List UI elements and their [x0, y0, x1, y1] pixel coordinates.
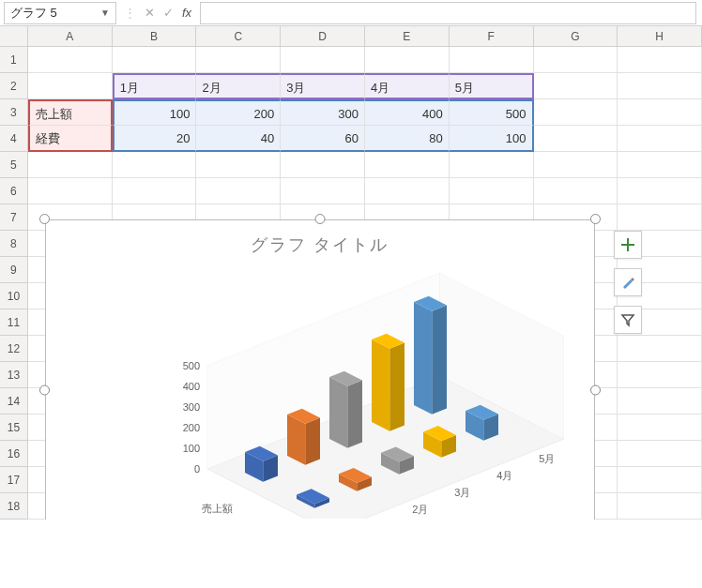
- cell-G5[interactable]: [534, 152, 618, 178]
- cell-A2[interactable]: [28, 73, 113, 99]
- cell-D1[interactable]: [281, 47, 365, 73]
- resize-handle-tr[interactable]: [590, 214, 601, 224]
- column-header-B[interactable]: B: [113, 26, 197, 46]
- select-all-corner[interactable]: [0, 26, 28, 46]
- chart-title[interactable]: グラフ タイトル: [46, 234, 594, 256]
- cell-H4[interactable]: [618, 126, 702, 152]
- cell-F4[interactable]: 100: [450, 126, 534, 152]
- column-header-F[interactable]: F: [450, 26, 534, 46]
- resize-handle-ml[interactable]: [39, 385, 50, 396]
- cell-E4[interactable]: 80: [365, 126, 450, 152]
- cell-H7[interactable]: [618, 204, 702, 231]
- cell-G4[interactable]: [534, 126, 618, 152]
- chart-filters-button[interactable]: [614, 306, 642, 334]
- cell-H5[interactable]: [618, 152, 702, 178]
- cell-E2[interactable]: 4月: [365, 73, 450, 99]
- fx-icon[interactable]: fx: [177, 6, 196, 20]
- cell-F6[interactable]: [450, 178, 534, 204]
- chart-area[interactable]: グラフ タイトル 0100200300400500売上額経費1月2月3月4月5月…: [45, 219, 595, 520]
- cell-H1[interactable]: [618, 47, 702, 73]
- row-header-2[interactable]: 2: [0, 73, 28, 99]
- row-header-14[interactable]: 14: [0, 388, 28, 415]
- cell-B6[interactable]: [113, 178, 197, 204]
- cell-G1[interactable]: [534, 47, 618, 73]
- row-header-15[interactable]: 15: [0, 415, 28, 441]
- cell-D2[interactable]: 3月: [281, 73, 365, 99]
- row-header-4[interactable]: 4: [0, 126, 28, 152]
- cancel-icon[interactable]: ✕: [140, 6, 159, 20]
- resize-handle-tl[interactable]: [39, 214, 50, 224]
- cell-B1[interactable]: [113, 47, 197, 73]
- cell-C2[interactable]: 2月: [196, 73, 281, 99]
- cell-F3[interactable]: 500: [450, 99, 534, 126]
- name-box[interactable]: グラフ 5 ▼: [4, 2, 116, 24]
- formula-input[interactable]: [200, 2, 696, 24]
- cell-F5[interactable]: [450, 152, 534, 178]
- chart-object[interactable]: グラフ タイトル 0100200300400500売上額経費1月2月3月4月5月…: [39, 214, 601, 520]
- cell-A3[interactable]: 売上額: [28, 99, 113, 126]
- cell-A1[interactable]: [28, 47, 113, 73]
- row-header-17[interactable]: 17: [0, 467, 28, 493]
- row-header-6[interactable]: 6: [0, 178, 28, 204]
- cell-H18[interactable]: [618, 493, 702, 520]
- row-header-18[interactable]: 18: [0, 493, 28, 520]
- cell-H17[interactable]: [618, 467, 702, 493]
- row-header-8[interactable]: 8: [0, 231, 28, 257]
- cell-G3[interactable]: [534, 99, 618, 126]
- cell-H15[interactable]: [618, 415, 702, 441]
- cell-A6[interactable]: [28, 178, 113, 204]
- resize-handle-tm[interactable]: [315, 214, 326, 224]
- cell-H12[interactable]: [618, 336, 702, 362]
- cell-G6[interactable]: [534, 178, 618, 204]
- cell-D3[interactable]: 300: [281, 99, 365, 126]
- row-header-10[interactable]: 10: [0, 283, 28, 309]
- cell-C3[interactable]: 200: [196, 99, 281, 126]
- cell-F2[interactable]: 5月: [450, 73, 534, 99]
- column-header-E[interactable]: E: [365, 26, 450, 46]
- column-header-G[interactable]: G: [534, 26, 618, 46]
- row-header-12[interactable]: 12: [0, 336, 28, 362]
- cell-E5[interactable]: [365, 152, 450, 178]
- cell-C4[interactable]: 40: [196, 126, 281, 152]
- row-header-5[interactable]: 5: [0, 152, 28, 178]
- cell-E1[interactable]: [365, 47, 450, 73]
- row-header-16[interactable]: 16: [0, 441, 28, 467]
- cell-H3[interactable]: [618, 99, 702, 126]
- cell-C6[interactable]: [196, 178, 281, 204]
- row-header-9[interactable]: 9: [0, 257, 28, 283]
- row-header-1[interactable]: 1: [0, 47, 28, 73]
- cell-B2[interactable]: 1月: [113, 73, 197, 99]
- cell-D6[interactable]: [281, 178, 365, 204]
- chart-elements-button[interactable]: [614, 231, 642, 259]
- column-header-A[interactable]: A: [28, 26, 113, 46]
- cell-D4[interactable]: 60: [281, 126, 365, 152]
- row-header-7[interactable]: 7: [0, 204, 28, 231]
- cell-H16[interactable]: [618, 441, 702, 467]
- cell-A4[interactable]: 経費: [28, 126, 113, 152]
- cell-F1[interactable]: [450, 47, 534, 73]
- column-header-D[interactable]: D: [281, 26, 365, 46]
- cell-C5[interactable]: [196, 152, 281, 178]
- cell-B3[interactable]: 100: [113, 99, 197, 126]
- cell-H6[interactable]: [618, 178, 702, 204]
- column-header-C[interactable]: C: [196, 26, 281, 46]
- cell-H13[interactable]: [618, 362, 702, 388]
- cell-C1[interactable]: [196, 47, 281, 73]
- cell-H2[interactable]: [618, 73, 702, 99]
- cell-B5[interactable]: [113, 152, 197, 178]
- chart-styles-button[interactable]: [614, 268, 642, 296]
- cell-A5[interactable]: [28, 152, 113, 178]
- chart-plot-area[interactable]: 0100200300400500売上額経費1月2月3月4月5月: [46, 256, 594, 519]
- cell-E6[interactable]: [365, 178, 450, 204]
- enter-icon[interactable]: ✓: [159, 6, 177, 20]
- row-header-3[interactable]: 3: [0, 99, 28, 126]
- cell-H14[interactable]: [618, 388, 702, 415]
- cell-D5[interactable]: [281, 152, 365, 178]
- resize-handle-mr[interactable]: [590, 385, 601, 396]
- cell-B4[interactable]: 20: [113, 126, 197, 152]
- row-header-11[interactable]: 11: [0, 309, 28, 336]
- column-header-H[interactable]: H: [618, 26, 702, 46]
- cell-G2[interactable]: [534, 73, 618, 99]
- cell-E3[interactable]: 400: [365, 99, 450, 126]
- row-header-13[interactable]: 13: [0, 362, 28, 388]
